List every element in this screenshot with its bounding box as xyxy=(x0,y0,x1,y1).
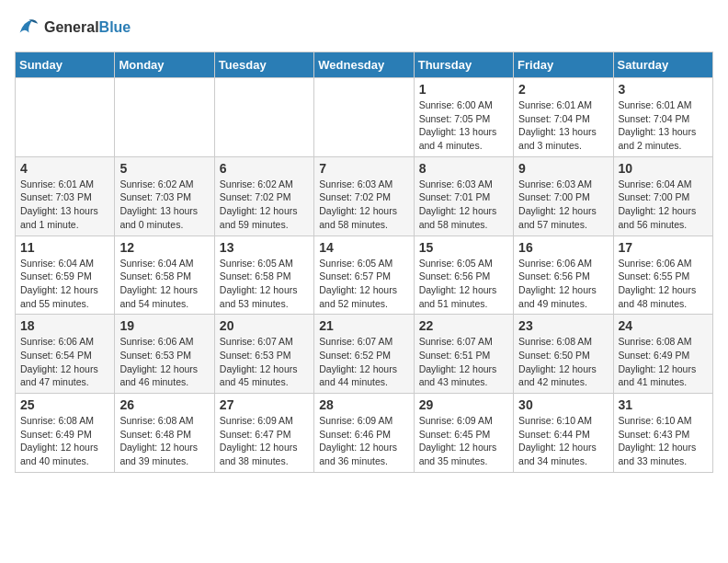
calendar-week-row: 18Sunrise: 6:06 AM Sunset: 6:54 PM Dayli… xyxy=(16,315,713,394)
day-detail: Sunrise: 6:06 AM Sunset: 6:56 PM Dayligh… xyxy=(518,257,608,311)
day-number: 6 xyxy=(220,161,309,176)
day-detail: Sunrise: 6:00 AM Sunset: 7:05 PM Dayligh… xyxy=(419,98,508,153)
day-number: 3 xyxy=(619,82,708,97)
calendar-cell: 28Sunrise: 6:09 AM Sunset: 6:46 PM Dayli… xyxy=(314,394,414,473)
day-detail: Sunrise: 6:05 AM Sunset: 6:58 PM Dayligh… xyxy=(220,257,309,311)
calendar-header-row: SundayMondayTuesdayWednesdayThursdayFrid… xyxy=(16,52,713,78)
calendar-week-row: 4Sunrise: 6:01 AM Sunset: 7:03 PM Daylig… xyxy=(16,156,713,236)
day-detail: Sunrise: 6:02 AM Sunset: 7:02 PM Dayligh… xyxy=(220,178,309,232)
calendar-week-row: 11Sunrise: 6:04 AM Sunset: 6:59 PM Dayli… xyxy=(16,236,713,315)
column-header-wednesday: Wednesday xyxy=(314,52,414,78)
day-detail: Sunrise: 6:02 AM Sunset: 7:03 PM Dayligh… xyxy=(119,178,209,232)
calendar-cell: 30Sunrise: 6:10 AM Sunset: 6:44 PM Dayli… xyxy=(514,394,613,473)
day-detail: Sunrise: 6:09 AM Sunset: 6:47 PM Dayligh… xyxy=(220,414,309,468)
calendar-cell xyxy=(214,78,313,157)
calendar-cell: 18Sunrise: 6:06 AM Sunset: 6:54 PM Dayli… xyxy=(16,315,115,394)
day-number: 12 xyxy=(119,240,209,255)
day-detail: Sunrise: 6:04 AM Sunset: 6:59 PM Dayligh… xyxy=(20,257,109,311)
day-detail: Sunrise: 6:03 AM Sunset: 7:00 PM Dayligh… xyxy=(518,178,608,232)
calendar-cell: 13Sunrise: 6:05 AM Sunset: 6:58 PM Dayli… xyxy=(214,236,313,315)
day-number: 14 xyxy=(319,240,408,255)
column-header-saturday: Saturday xyxy=(613,52,712,78)
day-number: 23 xyxy=(518,318,608,333)
calendar-cell: 21Sunrise: 6:07 AM Sunset: 6:52 PM Dayli… xyxy=(314,315,414,394)
day-detail: Sunrise: 6:05 AM Sunset: 6:56 PM Dayligh… xyxy=(419,257,508,311)
column-header-tuesday: Tuesday xyxy=(214,52,313,78)
day-detail: Sunrise: 6:08 AM Sunset: 6:49 PM Dayligh… xyxy=(20,414,109,468)
calendar-cell: 3Sunrise: 6:01 AM Sunset: 7:04 PM Daylig… xyxy=(613,78,712,157)
calendar-cell: 14Sunrise: 6:05 AM Sunset: 6:57 PM Dayli… xyxy=(314,236,414,315)
day-number: 15 xyxy=(419,240,508,255)
calendar-cell: 19Sunrise: 6:06 AM Sunset: 6:53 PM Dayli… xyxy=(115,315,214,394)
calendar-cell xyxy=(314,78,414,157)
day-number: 18 xyxy=(20,318,109,333)
calendar-cell: 11Sunrise: 6:04 AM Sunset: 6:59 PM Dayli… xyxy=(16,236,115,315)
calendar-cell: 15Sunrise: 6:05 AM Sunset: 6:56 PM Dayli… xyxy=(414,236,513,315)
day-number: 22 xyxy=(419,318,508,333)
column-header-friday: Friday xyxy=(514,52,613,78)
day-number: 17 xyxy=(619,240,708,255)
day-number: 24 xyxy=(619,318,708,333)
day-number: 27 xyxy=(220,397,309,412)
day-number: 26 xyxy=(119,397,209,412)
calendar-cell: 6Sunrise: 6:02 AM Sunset: 7:02 PM Daylig… xyxy=(214,156,313,236)
day-detail: Sunrise: 6:09 AM Sunset: 6:45 PM Dayligh… xyxy=(419,414,508,468)
day-detail: Sunrise: 6:07 AM Sunset: 6:53 PM Dayligh… xyxy=(220,335,309,389)
calendar-cell: 5Sunrise: 6:02 AM Sunset: 7:03 PM Daylig… xyxy=(115,156,214,236)
day-number: 10 xyxy=(619,161,708,176)
day-number: 2 xyxy=(518,82,608,97)
day-detail: Sunrise: 6:06 AM Sunset: 6:54 PM Dayligh… xyxy=(20,335,109,389)
calendar-week-row: 1Sunrise: 6:00 AM Sunset: 7:05 PM Daylig… xyxy=(16,78,713,157)
calendar-cell: 23Sunrise: 6:08 AM Sunset: 6:50 PM Dayli… xyxy=(514,315,613,394)
calendar-cell: 16Sunrise: 6:06 AM Sunset: 6:56 PM Dayli… xyxy=(514,236,613,315)
calendar-cell: 8Sunrise: 6:03 AM Sunset: 7:01 PM Daylig… xyxy=(414,156,513,236)
day-number: 9 xyxy=(518,161,608,176)
day-detail: Sunrise: 6:06 AM Sunset: 6:55 PM Dayligh… xyxy=(619,257,708,311)
column-header-sunday: Sunday xyxy=(16,52,115,78)
day-detail: Sunrise: 6:01 AM Sunset: 7:04 PM Dayligh… xyxy=(518,98,608,153)
calendar-table: SundayMondayTuesdayWednesdayThursdayFrid… xyxy=(15,52,713,473)
day-detail: Sunrise: 6:01 AM Sunset: 7:04 PM Dayligh… xyxy=(619,98,708,153)
day-detail: Sunrise: 6:07 AM Sunset: 6:52 PM Dayligh… xyxy=(319,335,408,389)
day-number: 16 xyxy=(518,240,608,255)
day-number: 29 xyxy=(419,397,508,412)
day-detail: Sunrise: 6:05 AM Sunset: 6:57 PM Dayligh… xyxy=(319,257,408,311)
day-detail: Sunrise: 6:10 AM Sunset: 6:43 PM Dayligh… xyxy=(619,414,708,468)
page-header: GeneralBlue xyxy=(15,15,713,40)
day-number: 4 xyxy=(20,161,109,176)
day-number: 20 xyxy=(220,318,309,333)
calendar-cell: 27Sunrise: 6:09 AM Sunset: 6:47 PM Dayli… xyxy=(214,394,313,473)
calendar-cell: 20Sunrise: 6:07 AM Sunset: 6:53 PM Dayli… xyxy=(214,315,313,394)
calendar-cell: 1Sunrise: 6:00 AM Sunset: 7:05 PM Daylig… xyxy=(414,78,513,157)
calendar-cell: 12Sunrise: 6:04 AM Sunset: 6:58 PM Dayli… xyxy=(115,236,214,315)
day-number: 30 xyxy=(518,397,608,412)
day-detail: Sunrise: 6:03 AM Sunset: 7:02 PM Dayligh… xyxy=(319,178,408,232)
logo-bird-icon xyxy=(15,15,40,40)
day-number: 7 xyxy=(319,161,408,176)
calendar-cell xyxy=(16,78,115,157)
day-detail: Sunrise: 6:10 AM Sunset: 6:44 PM Dayligh… xyxy=(518,414,608,468)
column-header-thursday: Thursday xyxy=(414,52,513,78)
calendar-cell: 31Sunrise: 6:10 AM Sunset: 6:43 PM Dayli… xyxy=(613,394,712,473)
day-number: 21 xyxy=(319,318,408,333)
day-detail: Sunrise: 6:09 AM Sunset: 6:46 PM Dayligh… xyxy=(319,414,408,468)
logo: GeneralBlue xyxy=(15,15,131,40)
calendar-cell: 25Sunrise: 6:08 AM Sunset: 6:49 PM Dayli… xyxy=(16,394,115,473)
day-detail: Sunrise: 6:08 AM Sunset: 6:49 PM Dayligh… xyxy=(619,335,708,389)
calendar-cell: 10Sunrise: 6:04 AM Sunset: 7:00 PM Dayli… xyxy=(613,156,712,236)
day-detail: Sunrise: 6:04 AM Sunset: 7:00 PM Dayligh… xyxy=(619,178,708,232)
calendar-cell: 4Sunrise: 6:01 AM Sunset: 7:03 PM Daylig… xyxy=(16,156,115,236)
calendar-cell xyxy=(115,78,214,157)
day-number: 13 xyxy=(220,240,309,255)
day-number: 5 xyxy=(119,161,209,176)
day-number: 1 xyxy=(419,82,508,97)
calendar-cell: 24Sunrise: 6:08 AM Sunset: 6:49 PM Dayli… xyxy=(613,315,712,394)
calendar-cell: 2Sunrise: 6:01 AM Sunset: 7:04 PM Daylig… xyxy=(514,78,613,157)
day-number: 25 xyxy=(20,397,109,412)
day-number: 31 xyxy=(619,397,708,412)
day-detail: Sunrise: 6:07 AM Sunset: 6:51 PM Dayligh… xyxy=(419,335,508,389)
calendar-cell: 29Sunrise: 6:09 AM Sunset: 6:45 PM Dayli… xyxy=(414,394,513,473)
day-detail: Sunrise: 6:01 AM Sunset: 7:03 PM Dayligh… xyxy=(20,178,109,232)
calendar-cell: 17Sunrise: 6:06 AM Sunset: 6:55 PM Dayli… xyxy=(613,236,712,315)
calendar-cell: 7Sunrise: 6:03 AM Sunset: 7:02 PM Daylig… xyxy=(314,156,414,236)
